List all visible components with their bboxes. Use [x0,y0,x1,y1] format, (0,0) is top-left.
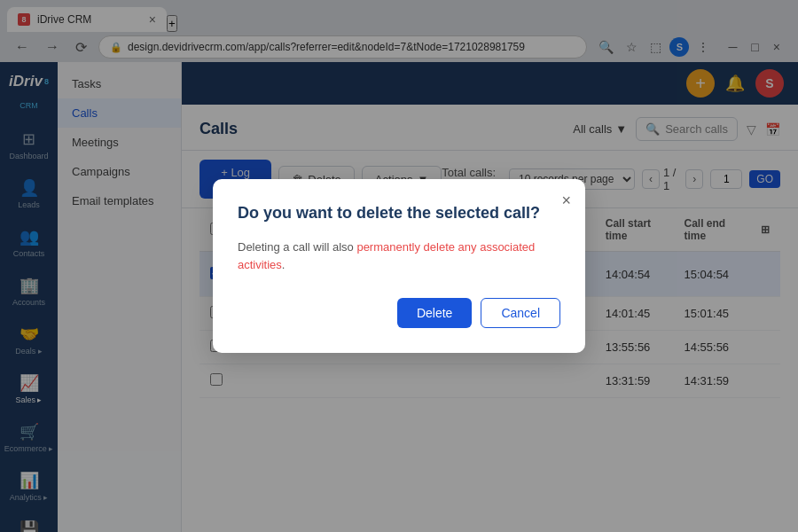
dialog-actions: Delete Cancel [238,298,560,328]
confirm-delete-button[interactable]: Delete [397,298,472,328]
modal-overlay: × Do you want to delete the selected cal… [0,0,798,532]
dialog-highlight-text: permanently delete any associated activi… [238,240,535,271]
delete-confirm-dialog: × Do you want to delete the selected cal… [213,179,585,353]
dialog-close-button[interactable]: × [561,192,571,210]
cancel-button[interactable]: Cancel [481,298,560,328]
dialog-body: Deleting a call will also permanently de… [238,239,560,273]
dialog-title: Do you want to delete the selected call? [238,204,560,223]
